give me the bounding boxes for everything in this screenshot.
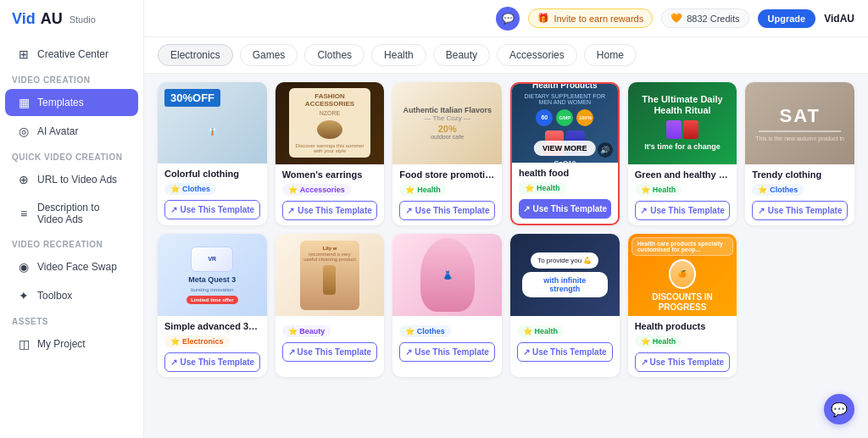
use-template-btn-8[interactable]: ↗ Use This Template	[282, 342, 378, 362]
discord-icon[interactable]: 💬	[496, 7, 520, 30]
thumb-sat: SAT This is the new autumn product in	[745, 82, 854, 164]
sidebar-item-face-swap[interactable]: ◉ Video Face Swap	[5, 253, 138, 280]
use-template-btn-5[interactable]: ↗ Use This Template	[635, 201, 731, 220]
card-tag-9: ⭐ Clothes	[399, 325, 451, 337]
card-info-3: Food store promotion ⭐ Health ↗ Use This…	[392, 164, 502, 225]
template-card-10[interactable]: To provide you 💪 with infinite strength …	[510, 234, 620, 377]
sidebar-label-ai-avatar: AI Avatar	[37, 125, 78, 137]
sidebar-item-creative-center[interactable]: ⊞ Creative Center	[5, 41, 138, 68]
filter-tab-games[interactable]: Games	[240, 44, 298, 66]
template-card-6[interactable]: SAT This is the new autumn product in Tr…	[745, 82, 854, 225]
use-template-btn-2[interactable]: ↗ Use This Template	[282, 201, 378, 220]
desc-icon: ≡	[17, 207, 31, 220]
template-card-3[interactable]: Authentic Italian Flavors — The Cozy — 2…	[392, 82, 502, 225]
use-template-btn-10[interactable]: ↗ Use This Template	[517, 342, 613, 362]
filter-tab-accessories[interactable]: Accessories	[497, 44, 577, 66]
upgrade-button[interactable]: Upgrade	[758, 9, 816, 28]
use-template-btn-9[interactable]: ↗ Use This Template	[399, 342, 495, 362]
filter-bar: Electronics Games Clothes Health Beauty …	[144, 37, 868, 74]
avatar-icon: ◎	[17, 125, 31, 138]
view-more-btn[interactable]: VIEW MORE	[534, 141, 596, 156]
card-title-11: Health products	[635, 321, 731, 331]
card-tag-6: ⭐ Clothes	[752, 184, 804, 196]
sidebar-item-desc-video[interactable]: ≡ Description to Video Ads	[5, 195, 138, 232]
sidebar-item-toolbox[interactable]: ✦ Toolbox	[5, 282, 138, 309]
template-card-7[interactable]: VR Meta Quest 3 bursting innovation Limi…	[158, 234, 267, 377]
filter-tab-beauty[interactable]: Beauty	[433, 44, 490, 66]
card-title-3: Food store promotion	[399, 169, 495, 180]
filter-tab-health[interactable]: Health	[371, 44, 426, 66]
sidebar-item-templates[interactable]: ▦ Templates	[5, 89, 138, 116]
logo-studio: Studio	[70, 14, 96, 25]
section-label-quick-video: Quick Video Creation	[0, 146, 143, 165]
user-name: VidAU	[824, 13, 854, 25]
use-template-btn-3[interactable]: ↗ Use This Template	[399, 201, 495, 220]
card-tag-5: ⭐ Health	[635, 184, 682, 196]
credits-display: 🧡 8832 Credits	[661, 8, 748, 28]
template-card-4[interactable]: Health Products DIETARY SUPPLEMENT FOR M…	[510, 82, 620, 225]
sidebar-item-ai-avatar[interactable]: ◎ AI Avatar	[5, 118, 138, 145]
main-content: 💬 🎁 Invite to earn rewards 🧡 8832 Credit…	[144, 0, 868, 438]
sidebar-label-toolbox: Toolbox	[37, 290, 72, 302]
templates-icon: ▦	[17, 96, 31, 109]
section-label-recreation: Video Recreation	[0, 233, 143, 252]
card-tag-3: ⭐ Health	[399, 184, 447, 196]
invite-label: Invite to earn rewards	[554, 14, 643, 24]
thumb-beauty: Lily w recommend a very useful cleaning …	[275, 234, 385, 316]
card-tag-10: ⭐ Health	[517, 325, 564, 337]
invite-button[interactable]: 🎁 Invite to earn rewards	[528, 8, 653, 28]
template-card-5[interactable]: The Ultimate Daily Health Ritual It's ti…	[628, 82, 737, 225]
card-title-6: Trendy clothing	[752, 169, 848, 180]
use-template-btn-11[interactable]: ↗ Use This Template	[635, 352, 731, 372]
logo: VidAU Studio	[0, 10, 143, 40]
use-template-btn-4[interactable]: ↗ Use This Template	[519, 199, 611, 219]
sidebar-item-my-project[interactable]: ◫ My Project	[5, 330, 138, 358]
sidebar-label-my-project: My Project	[37, 338, 86, 350]
template-card-11[interactable]: Health care products specially customise…	[628, 234, 737, 377]
template-grid: 30%OFF 👔 Colorful clothing ⭐ Clothes ↗ U…	[158, 82, 854, 377]
card-title-2: Women's earrings	[282, 169, 378, 180]
section-label-assets: Assets	[0, 310, 143, 330]
chat-assistant-button[interactable]: 💬	[824, 394, 854, 424]
card-title-7: Simple advanced 3c template	[164, 321, 260, 331]
thumb-earrings: FASHION ACCESSORIES NZORE Discover earri…	[275, 82, 385, 164]
sidebar-label-templates: Templates	[37, 97, 84, 108]
sidebar-label-desc-video: Description to Video Ads	[37, 202, 126, 225]
sidebar: VidAU Studio ⊞ Creative Center Video Cre…	[0, 0, 144, 438]
template-grid-area: 30%OFF 👔 Colorful clothing ⭐ Clothes ↗ U…	[144, 74, 868, 438]
topbar: 💬 🎁 Invite to earn rewards 🧡 8832 Credit…	[144, 0, 868, 37]
card-title-4: health food	[519, 168, 611, 178]
filter-tab-electronics[interactable]: Electronics	[158, 44, 233, 66]
card-info-4: health food ⭐ Health ↗ Use This Template	[512, 163, 618, 224]
use-template-btn-6[interactable]: ↗ Use This Template	[752, 201, 848, 220]
thumb-health: Health Products DIETARY SUPPLEMENT FOR M…	[512, 84, 618, 163]
logo-vid: Vid	[12, 10, 36, 28]
thumb-food: Authentic Italian Flavors — The Cozy — 2…	[392, 82, 502, 164]
card-title-1: Colorful clothing	[164, 169, 260, 179]
card-info-8: ⭐ Beauty ↗ Use This Template	[275, 316, 385, 367]
template-card-9[interactable]: 👗 ⭐ Clothes ↗ Use This Template	[392, 234, 502, 377]
url-icon: ⊕	[17, 173, 31, 186]
card-info-10: ⭐ Health ↗ Use This Template	[510, 316, 620, 367]
thumb-clothing: 30%OFF 👔	[158, 82, 267, 164]
use-template-btn-7[interactable]: ↗ Use This Template	[164, 352, 260, 372]
sidebar-label-face-swap: Video Face Swap	[37, 261, 117, 273]
card-info-5: Green and healthy food custo... ⭐ Health…	[628, 164, 737, 225]
card-tag-11: ⭐ Health	[635, 335, 682, 347]
project-icon: ◫	[17, 337, 31, 351]
card-info-6: Trendy clothing ⭐ Clothes ↗ Use This Tem…	[745, 164, 854, 225]
logo-au: AU	[41, 10, 63, 28]
use-template-btn-1[interactable]: ↗ Use This Template	[164, 200, 260, 219]
template-card-1[interactable]: 30%OFF 👔 Colorful clothing ⭐ Clothes ↗ U…	[158, 82, 267, 225]
template-card-8[interactable]: Lily w recommend a very useful cleaning …	[275, 234, 385, 377]
template-card-2[interactable]: FASHION ACCESSORIES NZORE Discover earri…	[275, 82, 385, 225]
section-label-video-creation: Video Creation	[0, 69, 143, 88]
card-tag-4: ⭐ Health	[519, 182, 566, 194]
sidebar-item-url-video[interactable]: ⊕ URL to Video Ads	[5, 166, 138, 193]
filter-tab-clothes[interactable]: Clothes	[304, 44, 364, 66]
grid-icon: ⊞	[17, 47, 31, 61]
chat-strength-text: with infinite strength	[522, 272, 608, 297]
filter-tab-home[interactable]: Home	[584, 44, 637, 66]
thumb-pectasol: Health care products specially customise…	[628, 234, 737, 316]
card-tag-7: ⭐ Electronics	[164, 335, 230, 347]
